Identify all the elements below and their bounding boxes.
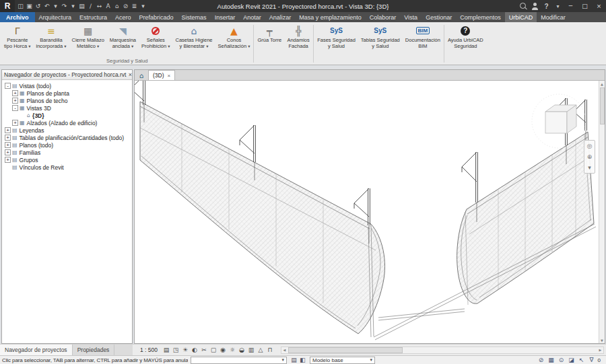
cierre-mallazo-metalico-button[interactable]: ▦Cierre MallazoMetálico ▾: [69, 23, 106, 57]
crop-view-icon[interactable]: ✂: [199, 346, 209, 355]
tree-item-vistas-todo[interactable]: -▤Vistas (todo): [2, 82, 132, 89]
documentacion-bim-button[interactable]: BIMDocumentaciónBIM: [403, 23, 443, 57]
expand-icon[interactable]: +: [5, 135, 11, 141]
temporary-hide-isolate-icon[interactable]: ◉: [218, 346, 228, 355]
select-links-icon[interactable]: ⊘: [537, 357, 545, 363]
conos-senalizacion-button[interactable]: ▲ConosSeñalización ▾: [215, 23, 253, 57]
select-pinned-icon[interactable]: ⊙: [558, 357, 566, 363]
worksets-dropdown[interactable]: ▾: [191, 357, 287, 364]
scroll-up-icon[interactable]: ▲: [599, 81, 605, 87]
section-icon[interactable]: ⊘: [121, 3, 130, 9]
account-icon[interactable]: [529, 1, 541, 11]
worksharing-display-icon[interactable]: ◒: [237, 346, 246, 355]
tree-item-vinculos-de-revit[interactable]: ▤Vínculos de Revit: [2, 163, 132, 171]
worksets-icon[interactable]: ▤: [290, 357, 298, 363]
tab-anotar[interactable]: Anotar: [239, 12, 265, 22]
pescante-tipo-horca-button[interactable]: ΓPescantetipo Horca ▾: [1, 23, 34, 57]
full-navigation-wheel-icon[interactable]: ◎: [587, 143, 593, 149]
grua-torre-button[interactable]: ┯Grúa Torre: [255, 23, 284, 57]
select-by-face-icon[interactable]: ◪: [568, 357, 576, 363]
tab-acero[interactable]: Acero: [111, 12, 135, 22]
analytical-model-icon[interactable]: △: [256, 346, 265, 355]
home-view-icon[interactable]: ⌂: [136, 71, 147, 80]
tree-item-grupos[interactable]: +▤Grupos: [2, 156, 132, 163]
design-options-icon[interactable]: ◧: [298, 357, 307, 363]
tab-urbicad[interactable]: UrbiCAD: [505, 12, 537, 22]
tab-estructura[interactable]: Estructura: [75, 12, 111, 22]
fases-seguridad-salud-button[interactable]: SySFases Seguridady Salud: [314, 23, 358, 57]
redo-icon[interactable]: ↷: [60, 3, 69, 9]
text-icon[interactable]: A: [104, 3, 112, 9]
crop-region-icon[interactable]: ▢: [209, 346, 218, 355]
revit-logo[interactable]: R: [0, 0, 15, 12]
tab-insertar[interactable]: Insertar: [211, 12, 240, 22]
temporary-view-properties-icon[interactable]: ▥: [246, 346, 256, 355]
design-options-dropdown[interactable]: Modelo base ▾: [310, 357, 375, 364]
vertical-scrollbar[interactable]: ▲ ▼: [599, 81, 605, 343]
visual-style-icon[interactable]: ◳: [171, 346, 180, 355]
drag-on-selection-icon[interactable]: ↖: [578, 357, 586, 363]
expand-icon[interactable]: +: [12, 98, 18, 104]
view-tab-close-icon[interactable]: ×: [168, 73, 171, 79]
tree-item-alzados-alzado-de-edificio[interactable]: +▦Alzados (Alzado de edificio): [2, 119, 132, 126]
save-icon[interactable]: ▣: [25, 3, 34, 9]
undo-icon[interactable]: ↶: [42, 3, 51, 9]
barandilla-incorporada-button[interactable]: ≡Barandillaincorporada ▾: [34, 23, 69, 57]
default-3d-view-icon[interactable]: ⌂: [112, 3, 121, 9]
marquesina-anclada-button[interactable]: ◥Marquesinaanclada ▾: [107, 23, 139, 57]
measure-icon[interactable]: ∕: [86, 3, 95, 9]
zoom-icon[interactable]: ⊕: [587, 153, 593, 160]
senales-prohibicion-button[interactable]: SeñalesProhibición ▾: [139, 23, 172, 57]
tab-gestionar[interactable]: Gestionar: [422, 12, 456, 22]
collapse-icon[interactable]: -: [5, 83, 11, 89]
expand-icon[interactable]: +: [5, 127, 11, 133]
reveal-constraints-icon[interactable]: ⊓: [265, 346, 275, 355]
tree-item-tablas-de-planificacion-cantidades-todo[interactable]: +▤Tablas de planificación/Cantidades (to…: [2, 134, 132, 141]
navbar-more-icon[interactable]: ▾: [588, 164, 591, 171]
expand-icon[interactable]: +: [5, 149, 11, 155]
tree-item-3d[interactable]: ⌂{3D}: [2, 112, 132, 119]
filter-icon[interactable]: ∇: [588, 357, 596, 363]
print-icon[interactable]: ▤: [77, 3, 86, 9]
sun-path-icon[interactable]: ☀: [180, 346, 190, 355]
view-tab-3d[interactable]: (3D) ×: [148, 70, 175, 80]
redo-dropdown-icon[interactable]: ▾: [69, 3, 77, 9]
close-icon[interactable]: ×: [126, 71, 132, 78]
reveal-hidden-icon[interactable]: ☼: [228, 346, 237, 355]
tree-item-leyendas[interactable]: +▤Leyendas: [2, 126, 132, 134]
casetas-higiene-bienestar-button[interactable]: ⌂Casetas Higieney Bienestar ▾: [173, 23, 215, 57]
tab-sistemas[interactable]: Sistemas: [178, 12, 211, 22]
tree-item-planos-todo[interactable]: +▤Planos (todo): [2, 141, 132, 149]
vertical-scroll-thumb[interactable]: [600, 87, 605, 124]
dropdown-icon[interactable]: [552, 1, 564, 11]
thin-lines-icon[interactable]: ≣: [130, 3, 139, 9]
open-icon[interactable]: ◫: [16, 3, 25, 9]
tab-complementos[interactable]: Complementos: [456, 12, 505, 22]
scale-button[interactable]: 1 : 500: [137, 347, 161, 353]
panel-tab-navegador-de-proyectos[interactable]: Navegador de proyectos: [0, 344, 73, 355]
expand-icon[interactable]: +: [5, 157, 11, 163]
sync-icon[interactable]: ↺: [34, 3, 42, 9]
horizontal-scroll-thumb[interactable]: [288, 347, 403, 353]
shadows-icon[interactable]: ◐: [190, 346, 199, 355]
maximize-button[interactable]: □: [578, 0, 592, 12]
tree-item-planos-de-planta[interactable]: +▦Planos de planta: [2, 89, 132, 97]
collapse-icon[interactable]: -: [12, 105, 18, 111]
tab-modificar[interactable]: Modificar: [537, 12, 570, 22]
aligned-dimension-icon[interactable]: ↔: [95, 3, 104, 9]
andamios-fachada-button[interactable]: ╬AndamiosFachada: [284, 23, 312, 57]
tree-item-vistas-3d[interactable]: -▦Vistas 3D: [2, 104, 132, 112]
scroll-down-icon[interactable]: ▼: [599, 337, 605, 343]
expand-icon[interactable]: +: [12, 120, 18, 126]
tree-item-planos-de-techo[interactable]: +▦Planos de techo: [2, 97, 132, 104]
tab-prefabricado[interactable]: Prefabricado: [135, 12, 178, 22]
close-button[interactable]: ×: [592, 0, 606, 12]
expand-icon[interactable]: +: [5, 142, 11, 148]
tab-masa-y-emplazamiento[interactable]: Masa y emplazamiento: [295, 12, 366, 22]
tree-item-familias[interactable]: +▤Familias: [2, 149, 132, 156]
help-icon[interactable]: [541, 1, 552, 11]
project-browser-header[interactable]: Navegador de proyectos - Proyectored hor…: [2, 70, 132, 80]
expand-icon[interactable]: +: [12, 90, 18, 96]
drawing-canvas[interactable]: ◎⊕▾ ▲ ▼: [135, 81, 605, 343]
detail-level-icon[interactable]: ▤: [162, 346, 171, 355]
